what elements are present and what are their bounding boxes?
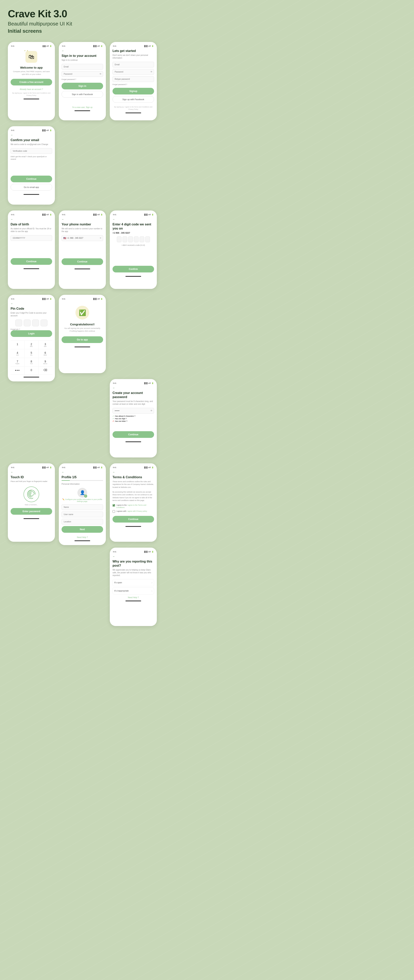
existing-account-link[interactable]: Already have an account ? [11, 88, 52, 91]
otp-box-6[interactable] [145, 236, 150, 242]
signin-button[interactable]: Sign in [62, 83, 103, 89]
privacy-link[interactable]: I agree with Privacy policy [127, 510, 147, 512]
key-9[interactable]: 9WXYZ [38, 358, 52, 366]
forgot-password-link[interactable]: Forget password ? [62, 78, 103, 80]
started-forgot-link[interactable]: Forget password ? [113, 83, 154, 86]
clear-phone-icon[interactable]: ✕ [100, 237, 101, 239]
verification-input[interactable] [11, 148, 52, 154]
signup-button[interactable]: Signup [113, 88, 154, 94]
otp-box-2[interactable] [123, 236, 127, 242]
signin-email-input[interactable] [62, 64, 103, 70]
profile-username-input[interactable] [62, 512, 103, 517]
report-option-inappropriate[interactable]: It's inappropriate › [113, 587, 154, 595]
started-facebook-button[interactable]: Sign up with Facebook [113, 96, 154, 103]
otp-box-4[interactable] [134, 236, 139, 242]
back-button-terms[interactable]: ← [113, 471, 115, 474]
back-button-report[interactable]: ← [113, 555, 115, 558]
time-started: 9:41 [113, 45, 116, 47]
create-account-button[interactable]: Create a free account [11, 79, 52, 86]
back-button-profile[interactable]: ← [62, 471, 64, 474]
report-help-link[interactable]: Need Help ? [113, 597, 154, 598]
back-button-signin[interactable]: ← [62, 49, 64, 52]
phone-input-row[interactable]: 🇺🇸 +1 968 - 345 0227 ✕ [62, 235, 103, 241]
home-indicator [24, 99, 39, 99]
privacy-checkbox[interactable] [113, 510, 115, 513]
signal-pin: ▐▐▐ [42, 298, 46, 300]
back-button-pin[interactable]: ← [11, 302, 13, 305]
confirm-code-button[interactable]: Confirm [113, 266, 154, 272]
home-indicator-started [126, 113, 141, 113]
create-pwd-subtitle: Your password must be 8 characters long,… [113, 400, 154, 406]
rule-8chars: ✓ Has atleast 8 characters ? [113, 415, 154, 417]
back-button-otp[interactable]: ← [113, 218, 115, 221]
dob-continue-button[interactable]: Continue [11, 258, 52, 265]
report-option-spam[interactable]: It's spam › [113, 579, 154, 586]
terms-continue-button[interactable]: Continue [113, 516, 154, 523]
pin-box-1[interactable] [15, 320, 22, 326]
profile-location-input[interactable] [62, 519, 103, 525]
forgot-pin-link[interactable]: Forget pin ? [11, 328, 52, 330]
back-button-phone[interactable]: ← [62, 218, 64, 221]
started-email-input[interactable] [113, 62, 154, 67]
key-8[interactable]: 8TUV [24, 358, 38, 366]
otp-box-5[interactable] [140, 236, 144, 242]
signal-profile: ▐▐▐ [93, 466, 96, 468]
home-indicator-congrats [75, 347, 90, 347]
battery-phone: 🔋 [100, 214, 103, 216]
eye-icon-started[interactable]: 👁 [150, 70, 153, 73]
create-pwd-input[interactable] [113, 408, 154, 414]
login-pin-button[interactable]: Login [11, 330, 52, 337]
signin-facebook-button[interactable]: Sign in with Facebook [62, 91, 103, 98]
key-6[interactable]: 6MNO [38, 349, 52, 358]
signin-subtitle: Sign in to continue [62, 59, 103, 62]
otp-box-1[interactable] [117, 236, 121, 242]
battery-congrats: 🔋 [100, 298, 103, 300]
password-rules: ✓ Has atleast 8 characters ? ✓ Has one d… [113, 415, 154, 422]
confirm-continue-button[interactable]: Continue [11, 176, 52, 182]
eye-icon-pwd[interactable]: 👁 [150, 409, 153, 412]
dob-input[interactable] [11, 235, 52, 241]
terms-link[interactable]: I agree to the Terms and Conditions [116, 504, 146, 509]
key-2[interactable]: 2ABC [24, 340, 38, 349]
pin-box-2[interactable] [24, 320, 30, 326]
wifi-signin: wifi [97, 45, 100, 47]
key-1[interactable]: 1 [11, 340, 24, 349]
profile-progress-bar [62, 480, 103, 481]
terms-checkbox[interactable] [113, 504, 115, 507]
profile-help-link[interactable]: Need Help ? [62, 536, 103, 538]
key-5[interactable]: 5JKL [24, 349, 38, 358]
key-7[interactable]: 7PQRS [11, 358, 24, 366]
back-button-touchid[interactable]: ← [11, 471, 13, 474]
otp-box-3[interactable] [128, 236, 133, 242]
avatar-edit-icon[interactable]: + [84, 495, 87, 498]
phone-number-display: 968 - 345 0227 [70, 237, 100, 239]
pin-box-4[interactable] [41, 320, 48, 326]
key-3[interactable]: 3DEF [38, 340, 52, 349]
create-pwd-wrapper: 👁 [113, 408, 154, 414]
screen-create-pwd: 9:41 ▐▐▐ wifi 🔋 ← Create your account pa… [110, 379, 157, 457]
profile-next-button[interactable]: Next [62, 526, 103, 533]
back-button-dob[interactable]: ← [11, 218, 13, 221]
enter-password-button[interactable]: Enter password [11, 508, 52, 515]
retype-password-input[interactable] [113, 76, 154, 82]
key-0[interactable]: 0 [24, 366, 38, 375]
signin-password-input[interactable] [62, 71, 103, 77]
go-to-app-button[interactable]: Go to app [62, 336, 103, 343]
email-app-button[interactable]: Go to email app [11, 184, 52, 191]
new-user-link[interactable]: I'm a new user, Sign up [62, 106, 103, 108]
key-star[interactable]: ••• [11, 366, 24, 375]
key-4[interactable]: 4GHI [11, 349, 24, 358]
back-button-pwd[interactable]: ← [113, 386, 115, 390]
profile-name-input[interactable] [62, 504, 103, 510]
create-pwd-continue[interactable]: Continue [113, 431, 154, 438]
signal-dob: ▐▐▐ [42, 214, 46, 216]
home-indicator-pin [24, 377, 39, 377]
pin-box-3[interactable] [32, 320, 39, 326]
no-code-link[interactable]: I didn't received a code (0:10) [113, 244, 154, 246]
privacy-checkbox-label: I agrees with I agree with Privacy polic… [116, 510, 147, 512]
phone-continue-button[interactable]: Continue [62, 258, 103, 265]
started-password-input[interactable] [113, 69, 154, 75]
eye-icon[interactable]: 👁 [99, 73, 102, 75]
back-button-confirm[interactable]: ← [11, 134, 13, 137]
key-backspace[interactable]: ⌫ [38, 366, 52, 375]
